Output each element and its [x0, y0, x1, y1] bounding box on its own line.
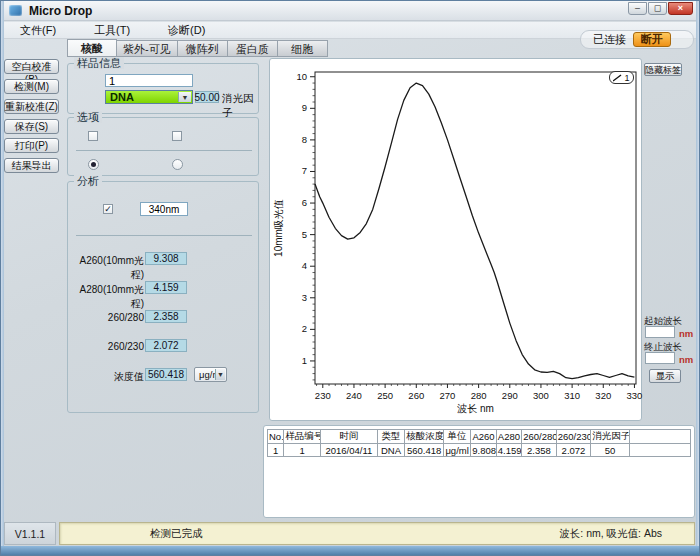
tab-strip: 核酸紫外-可见微阵列蛋白质细胞	[67, 40, 328, 57]
table-header-5: 单位	[443, 430, 470, 444]
svg-text:230: 230	[315, 390, 331, 401]
connection-group: 已连接 断开	[580, 30, 694, 49]
start-wavelength-input[interactable]	[645, 326, 675, 338]
close-button[interactable]: ×	[668, 2, 693, 15]
analysis-row-value-3: 2.072	[145, 339, 187, 352]
legend-chip[interactable]: 1	[609, 71, 634, 84]
option-radio-2[interactable]	[172, 159, 183, 170]
options-divider	[76, 150, 252, 151]
svg-text:5: 5	[302, 229, 307, 240]
tab-3[interactable]: 蛋白质	[228, 40, 278, 57]
svg-text:330: 330	[627, 390, 643, 401]
svg-text:2: 2	[302, 323, 307, 334]
svg-text:320: 320	[595, 390, 611, 401]
table-cell-0-1: 1	[284, 444, 321, 457]
concentration-label: 浓度值	[74, 370, 144, 384]
analysis-row-value-0: 9.308	[145, 252, 187, 265]
window-frame-bottom	[1, 546, 699, 555]
table-header-7: A280	[496, 430, 521, 444]
hide-labels-button[interactable]: 隐藏标签	[644, 63, 682, 76]
connection-status-label: 已连接	[593, 32, 626, 47]
table-header-2: 时间	[320, 430, 377, 444]
svg-text:310: 310	[564, 390, 580, 401]
svg-text:10: 10	[296, 71, 307, 82]
table-cell-0-4: 560.418	[405, 444, 444, 457]
sample-type-value: DNA	[110, 91, 134, 103]
table-header-4: 核酸浓度	[405, 430, 444, 444]
table-cell-0-0: 1	[268, 444, 284, 457]
svg-text:270: 270	[440, 390, 456, 401]
svg-text:290: 290	[502, 390, 518, 401]
svg-text:6: 6	[302, 197, 307, 208]
tab-2[interactable]: 微阵列	[178, 40, 228, 57]
menu-item-0[interactable]: 文件(F)	[16, 23, 60, 38]
sidebar-button-4[interactable]: 打印(P)	[4, 138, 59, 153]
end-wavelength-input[interactable]	[645, 352, 675, 364]
line-series-icon	[613, 74, 622, 82]
table-cell-filler	[629, 444, 690, 457]
option-checkbox-2[interactable]	[172, 131, 182, 141]
sample-info-group: 样品信息 DNA ▼ 50.00 消光因子	[67, 63, 259, 114]
tab-0[interactable]: 核酸	[67, 39, 117, 57]
svg-text:10mm吸光值: 10mm吸光值	[273, 199, 284, 257]
table-header-6: A260	[471, 430, 496, 444]
table-cell-0-8: 2.358	[522, 444, 557, 457]
table-cell-0-5: μg/ml	[443, 444, 470, 457]
svg-text:280: 280	[471, 390, 487, 401]
sample-id-input[interactable]	[105, 74, 193, 87]
analysis-row-label-2: 260/280	[74, 312, 144, 323]
svg-text:300: 300	[533, 390, 549, 401]
maximize-button[interactable]: ◻	[648, 2, 667, 15]
wavelength-checkbox[interactable]: ✓	[103, 204, 113, 214]
spectrum-chart-panel: 1234567891023024025026027028029030031032…	[269, 58, 642, 421]
option-checkbox-1[interactable]	[88, 131, 98, 141]
menu-item-2[interactable]: 诊断(D)	[164, 23, 209, 38]
concentration-value: 560.418	[145, 368, 187, 381]
table-header-8: 260/280	[522, 430, 557, 444]
table-cell-0-9: 2.072	[556, 444, 591, 457]
sidebar-button-3[interactable]: 保存(S)	[4, 119, 59, 134]
results-table: No.样品编号时间类型核酸浓度单位A260A280260/280260/230消…	[267, 429, 691, 457]
title-bar[interactable]: Micro Drop – ◻ ×	[1, 1, 699, 21]
disconnect-button[interactable]: 断开	[633, 32, 671, 47]
options-group: 选项	[67, 117, 259, 176]
sidebar-button-2[interactable]: 重新校准(Z)	[4, 99, 59, 114]
window-title: Micro Drop	[29, 4, 92, 18]
table-header-1: 样品编号	[284, 430, 321, 444]
table-cell-0-6: 9.808	[471, 444, 496, 457]
tab-4[interactable]: 细胞	[278, 40, 328, 57]
chevron-down-icon[interactable]: ▼	[215, 369, 225, 380]
spectrum-chart: 1234567891023024025026027028029030031032…	[270, 59, 643, 422]
analysis-title: 分析	[74, 175, 102, 187]
sample-type-select[interactable]: DNA ▼	[105, 90, 193, 104]
table-cell-0-2: 2016/04/11	[320, 444, 377, 457]
sidebar-button-0[interactable]: 空白校准(B)	[4, 59, 59, 74]
minimize-button[interactable]: –	[628, 2, 647, 15]
svg-text:3: 3	[302, 292, 307, 303]
svg-text:240: 240	[346, 390, 362, 401]
chevron-down-icon[interactable]: ▼	[178, 92, 191, 102]
menu-item-1[interactable]: 工具(T)	[90, 23, 134, 38]
table-header-row: No.样品编号时间类型核酸浓度单位A260A280260/280260/230消…	[268, 430, 691, 444]
tab-1[interactable]: 紫外-可见	[117, 40, 178, 57]
sidebar-button-1[interactable]: 检测(M)	[4, 79, 59, 94]
wavelength-input[interactable]	[140, 202, 188, 216]
table-header-10: 消光因子	[591, 430, 630, 444]
table-header-3: 类型	[377, 430, 404, 444]
app-window: Micro Drop – ◻ × 文件(F)工具(T)诊断(D) 核酸紫外-可见…	[0, 0, 700, 556]
analysis-group: 分析 ✓ A260(10mm光程)9.308A280(10mm光程)4.1592…	[67, 181, 259, 413]
show-button[interactable]: 显示	[649, 369, 681, 383]
unit-select[interactable]: μg/ml ▼	[194, 367, 227, 382]
option-radio-1[interactable]	[88, 159, 99, 170]
table-cell-0-3: DNA	[377, 444, 404, 457]
analysis-row-value-1: 4.159	[145, 281, 187, 294]
table-header-9: 260/230	[556, 430, 591, 444]
extinction-factor-value: 50.00	[195, 91, 219, 103]
analysis-row-value-2: 2.358	[145, 310, 187, 323]
status-units-info: 波长: nm, 吸光值: Abs	[559, 527, 662, 541]
sidebar-button-5[interactable]: 结果导出	[4, 158, 59, 173]
svg-text:260: 260	[408, 390, 424, 401]
status-message: 检测已完成	[150, 527, 203, 541]
table-row[interactable]: 112016/04/11DNA560.418μg/ml9.8084.1592.3…	[268, 444, 691, 457]
svg-text:1: 1	[302, 355, 307, 366]
